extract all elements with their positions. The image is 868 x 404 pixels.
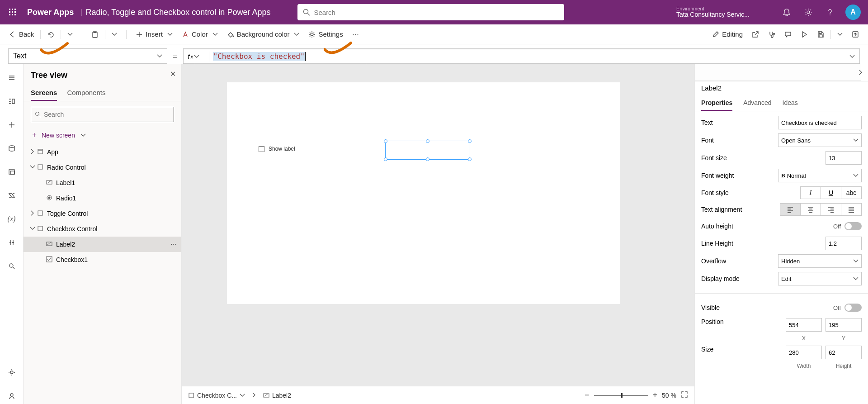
save-button[interactable] [812, 24, 829, 44]
resize-handle[interactable] [426, 139, 429, 143]
prop-x-input[interactable]: 554 [786, 318, 822, 332]
prop-text-input[interactable]: Checkbox is checked [778, 116, 862, 129]
global-search[interactable] [297, 4, 564, 20]
resize-handle[interactable] [468, 139, 472, 143]
more-icon[interactable]: ⋯ [170, 241, 177, 248]
tab-ideas[interactable]: Ideas [783, 95, 798, 111]
tree-node-toggle-control[interactable]: Toggle Control [24, 206, 181, 221]
search-rail-icon[interactable] [4, 258, 20, 274]
tree-node-checkbox1[interactable]: Checkbox1 [24, 252, 181, 267]
environment-picker[interactable]: Environment Tata Consultancy Servic... [667, 6, 776, 18]
doc-title[interactable]: Radio, Toggle and Checkbox control in Po… [86, 8, 271, 17]
zoom-slider[interactable] [594, 395, 648, 396]
flows-rail-icon[interactable] [4, 187, 20, 204]
zoom-in-button[interactable]: + [653, 390, 658, 400]
canvas-screen[interactable]: Show label [227, 82, 620, 304]
breadcrumb-selected[interactable]: Label2 [263, 392, 291, 399]
align-right-button[interactable] [821, 203, 841, 216]
close-icon[interactable]: ✕ [170, 70, 176, 78]
checkbox-show-label[interactable]: Show label [259, 146, 295, 152]
tools-rail-icon[interactable] [4, 234, 20, 251]
autoheight-toggle[interactable] [844, 222, 862, 230]
paste-button[interactable] [87, 24, 103, 44]
tree-node-radio-control[interactable]: Radio Control [24, 160, 181, 175]
more-button[interactable]: ⋯ [348, 24, 363, 44]
insert-button[interactable]: Insert [131, 24, 177, 44]
notifications-icon[interactable] [776, 2, 797, 22]
publish-button[interactable] [847, 24, 863, 44]
help-icon[interactable] [819, 2, 841, 22]
resize-handle[interactable] [426, 157, 429, 161]
underline-button[interactable]: U [821, 186, 841, 199]
insert-rail-icon[interactable] [4, 117, 20, 133]
prop-font-select[interactable]: Open Sans [778, 133, 862, 147]
share-button[interactable] [747, 24, 764, 44]
tree-node-label1[interactable]: Label1 [24, 175, 181, 190]
tree-search-input[interactable] [44, 111, 170, 118]
paste-dropdown[interactable] [107, 24, 122, 44]
align-left-button[interactable] [780, 203, 801, 216]
user-avatar[interactable]: A [845, 5, 861, 20]
tree-node-radio1[interactable]: Radio1 [24, 190, 181, 206]
prop-lineheight-input[interactable]: 1.2 [826, 237, 862, 250]
resize-handle[interactable] [384, 139, 387, 143]
hamburger-icon[interactable] [4, 70, 20, 86]
fit-to-screen-icon[interactable] [681, 391, 688, 399]
tree-node-label2[interactable]: Label2 ⋯ [24, 237, 181, 252]
checkbox-icon[interactable] [259, 146, 264, 152]
back-button[interactable]: Back [5, 24, 38, 44]
insert-label: Insert [146, 30, 163, 38]
prop-width-input[interactable]: 280 [786, 346, 822, 359]
waffle-icon[interactable] [3, 2, 23, 22]
settings-gear-icon[interactable] [797, 2, 819, 22]
zoom-out-button[interactable]: − [585, 390, 590, 400]
tab-properties[interactable]: Properties [701, 95, 732, 111]
comment-icon [784, 31, 792, 38]
save-dropdown[interactable] [833, 24, 847, 44]
data-rail-icon[interactable] [4, 140, 20, 157]
selected-label-control[interactable] [385, 141, 470, 160]
expand-panel-icon[interactable] [858, 69, 863, 77]
strikethrough-button[interactable]: abc [841, 186, 862, 199]
undo-button[interactable] [42, 24, 59, 44]
align-center-button[interactable] [800, 203, 821, 216]
preview-button[interactable] [796, 24, 812, 44]
prop-fontsize-input[interactable]: 13 [826, 151, 862, 165]
undo-history-dropdown[interactable] [63, 24, 77, 44]
prop-y-input[interactable]: 195 [826, 318, 862, 332]
editing-mode-button[interactable]: Editing [708, 24, 747, 44]
resize-handle[interactable] [468, 157, 472, 161]
property-dropdown[interactable]: Text [8, 48, 167, 64]
new-screen-button[interactable]: ＋ New screen [24, 128, 181, 144]
prop-displaymode-select[interactable]: Edit [778, 272, 862, 285]
variables-rail-icon[interactable]: (x) [4, 211, 20, 227]
settings-button[interactable]: Settings [304, 24, 347, 44]
stethoscope-icon [768, 31, 775, 38]
formula-expand-icon[interactable] [849, 54, 855, 59]
global-search-input[interactable] [314, 9, 559, 16]
prop-overflow-select[interactable]: Hidden [778, 254, 862, 268]
align-justify-button[interactable] [841, 203, 862, 216]
tree-node-app[interactable]: App [24, 144, 181, 160]
tree-view-icon[interactable] [4, 93, 20, 109]
tab-advanced[interactable]: Advanced [743, 95, 771, 111]
visible-toggle[interactable] [844, 304, 862, 312]
settings-rail-icon[interactable] [4, 364, 20, 380]
color-button[interactable]: Color [177, 24, 222, 44]
tab-components[interactable]: Components [67, 86, 105, 101]
resize-handle[interactable] [384, 157, 387, 161]
italic-button[interactable]: I [800, 186, 821, 199]
virtual-agent-icon[interactable] [4, 388, 20, 404]
breadcrumb-screen[interactable]: Checkbox C... [188, 392, 245, 399]
tree-search[interactable] [31, 107, 174, 122]
tab-screens[interactable]: Screens [31, 86, 57, 101]
formula-input[interactable]: fx "Checkbox is checked" [183, 48, 860, 64]
bgcolor-button[interactable]: Background color [222, 24, 304, 44]
app-title[interactable]: Power Apps [23, 8, 78, 17]
prop-height-input[interactable]: 62 [826, 346, 862, 359]
prop-fontweight-select[interactable]: BNormal [778, 169, 862, 182]
tree-node-checkbox-control[interactable]: Checkbox Control [24, 221, 181, 237]
media-rail-icon[interactable] [4, 164, 20, 180]
app-checker-button[interactable] [764, 24, 780, 44]
comments-button[interactable] [780, 24, 796, 44]
